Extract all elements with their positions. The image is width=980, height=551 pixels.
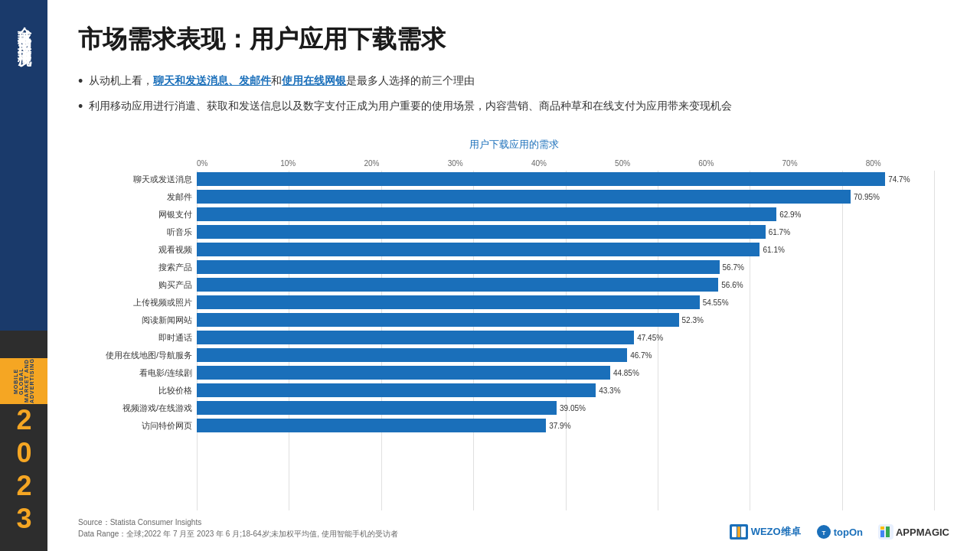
- bar-value: 56.7%: [723, 263, 744, 272]
- bar-label: 使用在线地图/导航服务: [78, 350, 197, 361]
- bar-label: 发邮件: [78, 191, 197, 203]
- topon-text: topOn: [834, 527, 863, 538]
- x-label-7: 70%: [782, 159, 866, 168]
- main-content: 市场需求表现：用户应用下载需求 • 从动机上看，聊天和发送消息、发邮件和使用在线…: [47, 0, 980, 551]
- source-label: Source: [78, 518, 103, 527]
- bar-fill: [197, 366, 610, 380]
- bar-fill: [197, 260, 720, 274]
- bar-fill: [197, 331, 634, 344]
- x-label-6: 60%: [698, 159, 782, 168]
- svg-rect-1: [737, 527, 740, 537]
- bar-row: 比较价格43.3%: [197, 382, 934, 399]
- svg-text:T: T: [822, 530, 825, 536]
- bullet-dot-1: •: [78, 72, 83, 91]
- bar-row: 使用在线地图/导航服务46.7%: [197, 347, 934, 364]
- svg-rect-8: [880, 527, 884, 530]
- page-title: 市场需求表现：用户应用下载需求: [78, 23, 949, 57]
- bullet-points: • 从动机上看，聊天和发送消息、发邮件和使用在线网银是最多人选择的前三个理由 •…: [78, 72, 949, 122]
- bar-fill: [197, 383, 596, 397]
- bar-row: 视频游戏/在线游戏39.05%: [197, 399, 934, 416]
- bar-label: 观看视频: [78, 244, 197, 256]
- bar-value: 46.7%: [630, 351, 652, 360]
- bar-value: 39.05%: [560, 404, 586, 412]
- sidebar-orange-text: MOBILE GLOBAL MARKET AND ADVERTISING: [13, 358, 34, 404]
- bullet-text-mid: 和: [271, 74, 282, 86]
- bar-row: 发邮件70.95%: [197, 188, 934, 205]
- bar-label: 阅读新闻网站: [78, 315, 197, 326]
- bar-fill: [197, 225, 766, 239]
- sidebar: 全球移动应用市场概况 MOBILE GLOBAL MARKET AND ADVE…: [0, 0, 47, 551]
- svg-rect-0: [732, 527, 737, 537]
- footer: Source：Statista Consumer Insights Data R…: [78, 517, 949, 540]
- x-label-2: 20%: [364, 159, 447, 168]
- logo-wezo: WEZO维卓: [730, 524, 801, 540]
- bar-label: 看电影/连续剧: [78, 367, 197, 379]
- bar-row: 观看视频61.1%: [197, 241, 934, 258]
- x-label-3: 30%: [448, 159, 531, 168]
- bar-fill: [197, 313, 679, 327]
- bars-list: 聊天或发送消息74.7%发邮件70.95%网银支付62.9%听音乐61.7%观看…: [197, 171, 934, 434]
- sidebar-title: 全球移动应用市场概况: [15, 15, 32, 46]
- bar-row: 听音乐61.7%: [197, 223, 934, 240]
- bars-container: 聊天或发送消息74.7%发邮件70.95%网银支付62.9%听音乐61.7%观看…: [197, 171, 934, 510]
- bar-fill: [197, 207, 776, 221]
- bar-row: 即时通话47.45%: [197, 329, 934, 346]
- bar-row: 阅读新闻网站52.3%: [197, 311, 934, 328]
- bar-label: 比较价格: [78, 385, 197, 396]
- bar-label: 购买产品: [78, 279, 197, 291]
- bar-label: 搜索产品: [78, 262, 197, 273]
- bar-value: 56.6%: [721, 281, 743, 289]
- sidebar-top: 全球移动应用市场概况: [15, 8, 32, 46]
- bar-value: 61.7%: [769, 228, 790, 236]
- source-line: Source：Statista Consumer Insights: [78, 517, 398, 528]
- x-axis-labels: 0%10%20%30%40%50%60%70%80%: [197, 159, 949, 168]
- bar-label: 视频游戏/在线游戏: [78, 403, 197, 414]
- x-label-8: 80%: [866, 159, 949, 168]
- logo-appmagic: APPMAGIC: [878, 524, 949, 540]
- grid-line-8: [934, 171, 935, 510]
- bar-value: 43.3%: [599, 386, 620, 395]
- highlight-chat: 聊天和发送消息、发邮件: [153, 74, 271, 86]
- data-range-line: Data Range：全球;2022 年 7 月至 2023 年 6 月;18-…: [78, 528, 398, 540]
- bar-value: 62.9%: [779, 210, 801, 219]
- wezo-icon: [730, 524, 748, 540]
- bar-fill: [197, 190, 851, 204]
- bar-label: 即时通话: [78, 332, 197, 344]
- wezo-text: WEZO维卓: [751, 525, 801, 539]
- bar-row: 网银支付62.9%: [197, 206, 934, 223]
- bar-row: 聊天或发送消息74.7%: [197, 171, 934, 187]
- appmagic-text: APPMAGIC: [896, 527, 949, 538]
- bullet-text-2: 利用移动应用进行消遣、获取和发送信息以及数字支付正成为用户重要的使用场景，内容营…: [89, 97, 732, 114]
- bar-fill: [197, 243, 760, 256]
- bar-label: 访问特价网页: [78, 420, 197, 432]
- bullet-text-before: 从动机上看，: [89, 74, 153, 86]
- source-text: ：Statista Consumer Insights: [103, 518, 202, 527]
- bar-row: 购买产品56.6%: [197, 276, 934, 293]
- chart-area: 用户下载应用的需求 0%10%20%30%40%50%60%70%80% 聊天或…: [78, 138, 949, 510]
- bullet-dot-2: •: [78, 97, 83, 116]
- sidebar-orange-bar: MOBILE GLOBAL MARKET AND ADVERTISING: [0, 358, 47, 404]
- bar-fill: [197, 348, 627, 362]
- bar-row: 搜索产品56.7%: [197, 259, 934, 276]
- bullet-item-2: • 利用移动应用进行消遣、获取和发送信息以及数字支付正成为用户重要的使用场景，内…: [78, 97, 949, 116]
- bar-fill: [197, 172, 885, 186]
- x-label-4: 40%: [531, 159, 615, 168]
- bar-row: 看电影/连续剧44.85%: [197, 364, 934, 381]
- bar-value: 37.9%: [549, 422, 570, 430]
- svg-rect-2: [741, 527, 746, 537]
- bullet-item-1: • 从动机上看，聊天和发送消息、发邮件和使用在线网银是最多人选择的前三个理由: [78, 72, 949, 91]
- bar-row: 上传视频或照片54.55%: [197, 294, 934, 311]
- bar-value: 74.7%: [888, 175, 910, 184]
- bar-value: 61.1%: [763, 246, 784, 254]
- bar-value: 52.3%: [682, 316, 704, 324]
- bar-label: 上传视频或照片: [78, 297, 197, 308]
- bar-fill: [197, 278, 718, 292]
- bar-value: 70.95%: [854, 193, 880, 201]
- logo-topon: T topOn: [816, 524, 863, 540]
- bar-label: 聊天或发送消息: [78, 174, 197, 185]
- bar-label: 听音乐: [78, 227, 197, 238]
- sidebar-year: 2023: [8, 404, 40, 536]
- svg-rect-6: [880, 530, 884, 537]
- svg-rect-7: [886, 527, 890, 537]
- highlight-banking: 使用在线网银: [282, 74, 346, 86]
